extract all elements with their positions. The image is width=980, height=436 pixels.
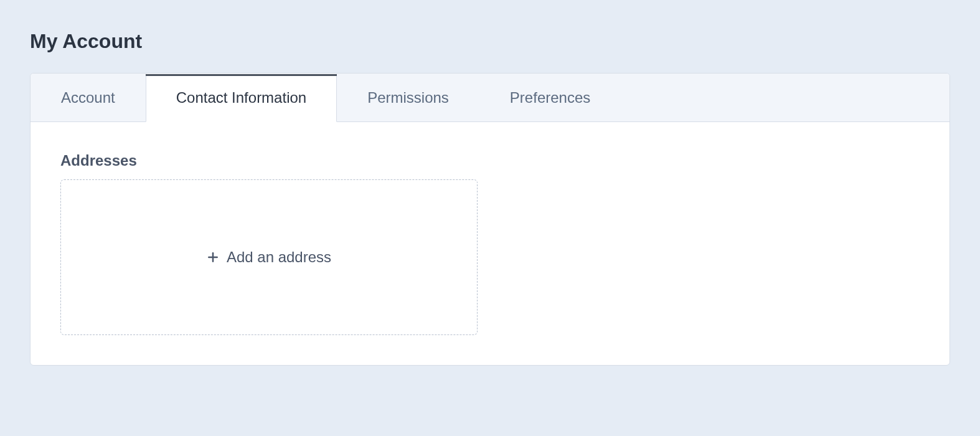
tab-content: Addresses Add an address: [31, 122, 949, 365]
addresses-heading: Addresses: [60, 152, 920, 169]
account-card: Account Contact Information Permissions …: [30, 73, 950, 366]
tab-preferences[interactable]: Preferences: [479, 73, 621, 122]
tab-bar: Account Contact Information Permissions …: [31, 73, 949, 122]
add-address-label: Add an address: [227, 249, 331, 266]
page-title: My Account: [30, 30, 950, 53]
plus-icon: [207, 251, 219, 263]
tab-account[interactable]: Account: [31, 73, 146, 122]
add-card-content: Add an address: [207, 249, 331, 266]
add-address-button[interactable]: Add an address: [60, 179, 478, 335]
tab-permissions[interactable]: Permissions: [337, 73, 479, 122]
tab-contact-information[interactable]: Contact Information: [146, 73, 337, 122]
